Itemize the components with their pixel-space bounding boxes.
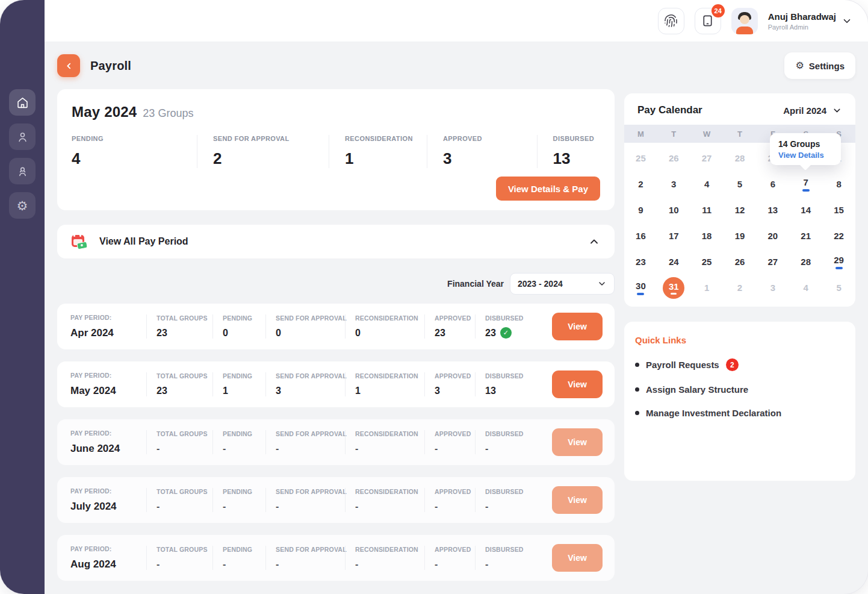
quick-links-card: Quick Links Payroll Requests 2 <box>624 322 855 481</box>
current-period-card: May 2024 23 Groups PENDING 4 <box>57 89 615 210</box>
tooltip-view-details-link[interactable]: View Details <box>778 151 832 160</box>
col-label-total: TOTAL GROUPS <box>157 430 212 437</box>
view-button[interactable]: View <box>552 486 603 514</box>
sidebar-item-settings[interactable]: ⚙ <box>9 192 36 219</box>
col-label-send-for-approval: SEND FOR APPROVAL <box>276 546 345 553</box>
col-label-total: TOTAL GROUPS <box>157 372 212 380</box>
calendar-month-select[interactable]: April 2024 <box>783 105 842 116</box>
calendar-date[interactable]: 3 <box>756 275 789 301</box>
view-details-pay-button[interactable]: View Details & Pay <box>496 177 600 201</box>
calendar-date[interactable]: 21 <box>789 223 822 249</box>
quick-link-item[interactable]: Payroll Requests 2 <box>635 358 845 371</box>
col-label-disbursed: DISBURSED <box>485 546 546 553</box>
back-button[interactable] <box>57 54 80 77</box>
calendar-date[interactable]: 26 <box>657 145 690 171</box>
calendar-date[interactable]: 27 <box>690 145 724 171</box>
calendar-date[interactable]: 1 <box>690 275 724 301</box>
calendar-date[interactable]: 30 <box>624 275 657 301</box>
stat-label: RECONSIDERATION <box>345 135 421 142</box>
row-pending: - <box>223 443 265 454</box>
row-period: June 2024 <box>70 443 146 455</box>
calendar-date[interactable]: 25 <box>690 249 724 275</box>
calendar-date[interactable]: 5 <box>724 171 757 197</box>
calendar-date[interactable]: 22 <box>822 223 855 249</box>
calendar-date[interactable]: 17 <box>657 223 690 249</box>
view-button[interactable]: View <box>552 428 603 456</box>
pay-calendar-card: Pay Calendar April 2024 MTWTFSS <box>624 93 855 307</box>
row-period: July 2024 <box>70 501 146 513</box>
calendar-date[interactable]: 8 <box>822 171 855 197</box>
bullet-icon <box>635 387 639 392</box>
view-button[interactable]: View <box>552 370 603 398</box>
col-label-disbursed: DISBURSED <box>485 372 546 380</box>
view-all-pay-period-header[interactable]: View All Pay Period <box>57 225 615 258</box>
calendar-date[interactable]: 12 <box>724 197 757 223</box>
view-button[interactable]: View <box>552 313 603 340</box>
calendar-date[interactable]: 11 <box>690 197 724 223</box>
calendar-date[interactable]: 5 <box>822 275 855 301</box>
calendar-date[interactable]: 9 <box>624 197 657 223</box>
calendar-date[interactable]: 2 <box>724 275 757 301</box>
row-reconsideration: - <box>355 443 424 454</box>
row-send-for-approval: 3 <box>276 386 345 396</box>
row-disbursed: 13 <box>485 386 496 396</box>
calendar-grid: 25 26 27 <box>624 143 855 301</box>
calendar-date[interactable]: 4 <box>690 171 724 197</box>
col-label-approved: APPROVED <box>435 314 475 322</box>
topbar: 24 Anuj Bharadwaj Payroll Admin <box>45 0 868 42</box>
col-label-period: PAY PERIOD: <box>70 314 146 321</box>
calendar-date[interactable]: 25 <box>624 145 657 171</box>
calendar-date[interactable]: 29 <box>822 249 855 275</box>
gear-icon: ⚙ <box>795 61 804 70</box>
user-icon <box>16 131 29 143</box>
calendar-date[interactable]: 28 <box>724 145 757 171</box>
col-label-total: TOTAL GROUPS <box>157 314 212 322</box>
financial-year-label: Financial Year <box>447 279 504 289</box>
biometric-button[interactable] <box>658 8 684 34</box>
quick-link-item[interactable]: Manage Investment Declaration <box>635 408 845 418</box>
chevron-down-icon <box>832 105 842 116</box>
main-area: 24 Anuj Bharadwaj Payroll Admin <box>45 0 868 594</box>
calendar-date[interactable]: 14 <box>789 197 822 223</box>
payroll-app-window: ⚙ 24 Anuj Bha <box>0 0 868 594</box>
stat-label: PENDING <box>72 135 191 142</box>
calendar-date[interactable]: 28 <box>789 249 822 275</box>
row-pending: - <box>223 501 265 512</box>
settings-label: Settings <box>809 61 845 71</box>
calendar-date[interactable]: 18 <box>690 223 724 249</box>
col-label-approved: APPROVED <box>435 546 475 553</box>
calendar-date[interactable]: 26 <box>724 249 757 275</box>
chevron-up-icon[interactable] <box>588 236 600 248</box>
stat-value: 1 <box>345 149 421 168</box>
calendar-date[interactable]: 3 <box>657 171 690 197</box>
calendar-date[interactable]: 7 <box>789 171 822 197</box>
avatar[interactable] <box>731 8 758 34</box>
calendar-date[interactable]: 31 <box>657 275 690 301</box>
calendar-date[interactable]: 16 <box>624 223 657 249</box>
sidebar: ⚙ <box>0 0 45 594</box>
sidebar-item-employees[interactable] <box>9 158 36 184</box>
current-month: May 2024 <box>72 104 137 120</box>
calendar-date[interactable]: 6 <box>756 171 789 197</box>
calendar-date[interactable]: 20 <box>756 223 789 249</box>
calendar-date[interactable]: 10 <box>657 197 690 223</box>
calendar-date[interactable]: 19 <box>724 223 757 249</box>
sidebar-item-user[interactable] <box>9 123 36 150</box>
calendar-date[interactable]: 15 <box>822 197 855 223</box>
calendar-date[interactable]: 23 <box>624 249 657 275</box>
page-title: Payroll <box>90 59 131 73</box>
sidebar-item-home[interactable] <box>9 89 36 116</box>
financial-year-select[interactable]: 2023 - 2024 <box>510 273 615 295</box>
calendar-date[interactable]: 24 <box>657 249 690 275</box>
calendar-date[interactable]: 13 <box>756 197 789 223</box>
quick-link-item[interactable]: Assign Salary Structure <box>635 384 845 395</box>
calendar-date[interactable]: 4 <box>789 275 822 301</box>
notifications-button[interactable]: 24 <box>695 8 721 34</box>
weekday-label: M <box>624 130 657 139</box>
user-menu[interactable]: Anuj Bharadwaj Payroll Admin <box>768 11 852 31</box>
calendar-date[interactable]: 27 <box>756 249 789 275</box>
settings-button[interactable]: ⚙ Settings <box>784 52 855 79</box>
view-button[interactable]: View <box>552 544 603 572</box>
row-send-for-approval: - <box>276 443 345 454</box>
calendar-date[interactable]: 2 <box>624 171 657 197</box>
